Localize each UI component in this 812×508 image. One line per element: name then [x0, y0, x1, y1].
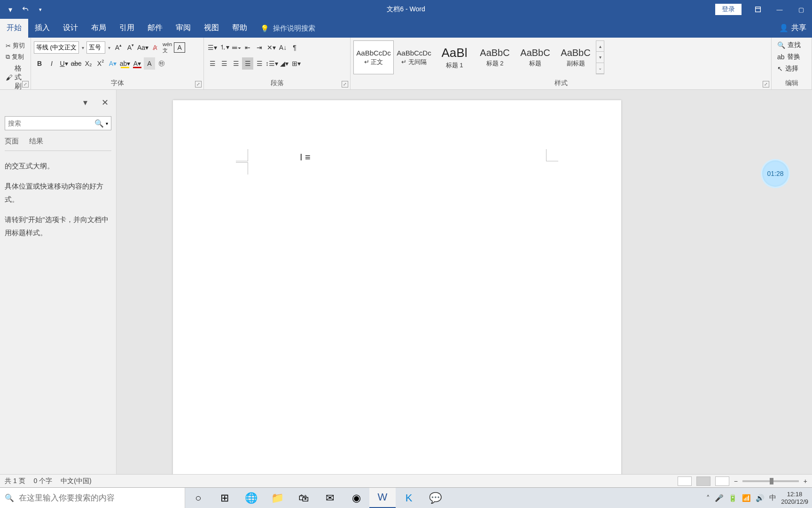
font-size-combo[interactable]: 五号 [86, 41, 105, 54]
ribbon-display-button[interactable] [747, 0, 769, 19]
subscript-button[interactable]: X2 [83, 57, 94, 70]
text-effects-button[interactable]: A▾ [107, 57, 118, 70]
show-marks-button[interactable]: ¶ [289, 41, 300, 54]
tray-battery-icon[interactable]: 🔋 [728, 494, 737, 502]
select-button[interactable]: ↖选择 [774, 63, 809, 74]
store-icon[interactable]: 🛍 [290, 488, 317, 508]
undo-button[interactable] [19, 3, 32, 16]
kugou-icon[interactable]: K [396, 488, 422, 508]
font-size-dropdown[interactable]: ▾ [106, 42, 112, 53]
nav-tab-results[interactable]: 结果 [29, 137, 43, 146]
nav-dropdown-icon[interactable]: ▾ [83, 97, 87, 108]
nav-search-box[interactable]: 🔍 ▾ [5, 116, 111, 130]
styles-dialog-launcher[interactable]: ⤢ [763, 81, 769, 87]
distributed-button[interactable]: ☰ [254, 57, 265, 70]
style-subtitle[interactable]: AaBbC副标题 [555, 40, 596, 74]
highlight-button[interactable]: ab▾ [119, 57, 131, 70]
italic-button[interactable]: I [46, 57, 57, 70]
asian-layout-button[interactable]: ✕▾ [265, 41, 277, 54]
taskbar-search-input[interactable] [19, 493, 180, 503]
replace-button[interactable]: ab替换 [774, 51, 809, 63]
shrink-font-button[interactable]: A▾ [125, 41, 136, 54]
tab-layout[interactable]: 布局 [85, 18, 113, 38]
line-spacing-button[interactable]: ↕☰▾ [265, 57, 278, 70]
status-words[interactable]: 0 个字 [34, 477, 53, 485]
char-shading-button[interactable]: A [144, 57, 155, 70]
tray-volume-icon[interactable]: 🔊 [756, 494, 765, 502]
font-dialog-launcher[interactable]: ⤢ [195, 81, 202, 87]
increase-indent-button[interactable]: ⇥ [254, 41, 265, 54]
tab-review[interactable]: 审阅 [169, 18, 197, 38]
borders-button[interactable]: ⊞▾ [290, 57, 302, 70]
edge-icon[interactable]: 🌐 [238, 488, 264, 508]
clear-format-button[interactable]: A̷ [149, 41, 161, 54]
enclose-char-button[interactable]: ㊕ [156, 57, 167, 70]
explorer-icon[interactable]: 📁 [264, 488, 290, 508]
maximize-button[interactable]: ▢ [790, 0, 812, 19]
sort-button[interactable]: A↓ [277, 41, 289, 54]
change-case-button[interactable]: Aa▾ [137, 41, 148, 54]
tab-design[interactable]: 设计 [56, 18, 85, 38]
chevron-down-icon[interactable]: ▾ [106, 121, 108, 126]
multilevel-button[interactable]: ⩸▾ [230, 41, 242, 54]
task-view-icon[interactable]: ⊞ [211, 488, 238, 508]
zoom-out-button[interactable]: − [734, 477, 738, 485]
search-icon[interactable]: 🔍 [94, 119, 104, 128]
align-left-button[interactable]: ☰ [207, 57, 218, 70]
mail-icon[interactable]: ✉ [317, 488, 343, 508]
style-heading1[interactable]: AaBl标题 1 [434, 40, 475, 74]
view-read-button[interactable] [678, 476, 692, 486]
tray-wifi-icon[interactable]: 📶 [742, 494, 751, 502]
paragraph-dialog-launcher[interactable]: ⤢ [342, 81, 348, 87]
char-border-button[interactable]: A [174, 42, 185, 53]
tab-references[interactable]: 引用 [113, 18, 141, 38]
shading-button[interactable]: ◢▾ [279, 57, 290, 70]
style-normal[interactable]: AaBbCcDc↵ 正文 [353, 40, 394, 74]
tray-ime[interactable]: 中 [769, 493, 776, 502]
timer-overlay[interactable]: 01:28 [762, 160, 789, 187]
find-button[interactable]: 🔍查找 [774, 40, 809, 51]
tab-help[interactable]: 帮助 [226, 18, 254, 38]
tab-mailings[interactable]: 邮件 [141, 18, 169, 38]
decrease-indent-button[interactable]: ⇤ [242, 41, 253, 54]
tray-clock[interactable]: 12:18 2020/12/9 [781, 491, 808, 505]
underline-button[interactable]: U▾ [58, 57, 70, 70]
login-button[interactable]: 登录 [715, 4, 742, 15]
align-center-button[interactable]: ☰ [219, 57, 230, 70]
font-name-dropdown[interactable]: ▾ [80, 42, 86, 53]
numbering-button[interactable]: ⒈▾ [219, 41, 230, 54]
view-print-button[interactable] [696, 476, 710, 486]
chrome-icon[interactable]: ◉ [343, 488, 369, 508]
copy-button[interactable]: ⧉复制 [4, 52, 27, 62]
qat-dropdown[interactable]: ▾ [4, 3, 17, 16]
align-right-button[interactable]: ☰ [230, 57, 242, 70]
tab-insert[interactable]: 插入 [28, 18, 56, 38]
tell-me[interactable]: 💡 操作说明搜索 [254, 19, 322, 38]
styles-scroll[interactable]: ▴▾⌄ [596, 40, 604, 74]
font-color-button[interactable]: A▾ [132, 57, 143, 70]
tray-chevron-icon[interactable]: ˄ [706, 494, 710, 502]
style-heading2[interactable]: AaBbC标题 2 [475, 40, 515, 74]
nav-close-button[interactable]: ✕ [102, 97, 109, 108]
clipboard-dialog-launcher[interactable]: ⤢ [22, 81, 29, 87]
bold-button[interactable]: B [34, 57, 45, 70]
font-name-combo[interactable]: 等线 (中文正文 [34, 41, 79, 54]
grow-font-button[interactable]: A▴ [113, 41, 124, 54]
share-button[interactable]: 👤 共享 [773, 18, 812, 38]
style-nospacing[interactable]: AaBbCcDc↵ 无间隔 [394, 40, 434, 74]
tab-home[interactable]: 开始 [0, 18, 28, 38]
status-pages[interactable]: 共 1 页 [5, 477, 25, 485]
nav-search-input[interactable] [8, 119, 94, 127]
tab-view[interactable]: 视图 [197, 18, 226, 38]
qat-customize[interactable]: ▾ [34, 3, 47, 16]
zoom-slider[interactable] [742, 480, 799, 482]
wechat-icon[interactable]: 💬 [422, 488, 448, 508]
zoom-in-button[interactable]: + [804, 477, 807, 485]
word-icon[interactable]: W [369, 488, 396, 508]
cortana-icon[interactable]: ○ [185, 488, 211, 508]
justify-button[interactable]: ☰ [242, 57, 253, 70]
superscript-button[interactable]: X2 [95, 57, 106, 70]
document-area[interactable]: I ≡ 01:28 [117, 90, 812, 487]
status-language[interactable]: 中文(中国) [61, 477, 91, 485]
nav-tab-pages[interactable]: 页面 [5, 137, 19, 146]
